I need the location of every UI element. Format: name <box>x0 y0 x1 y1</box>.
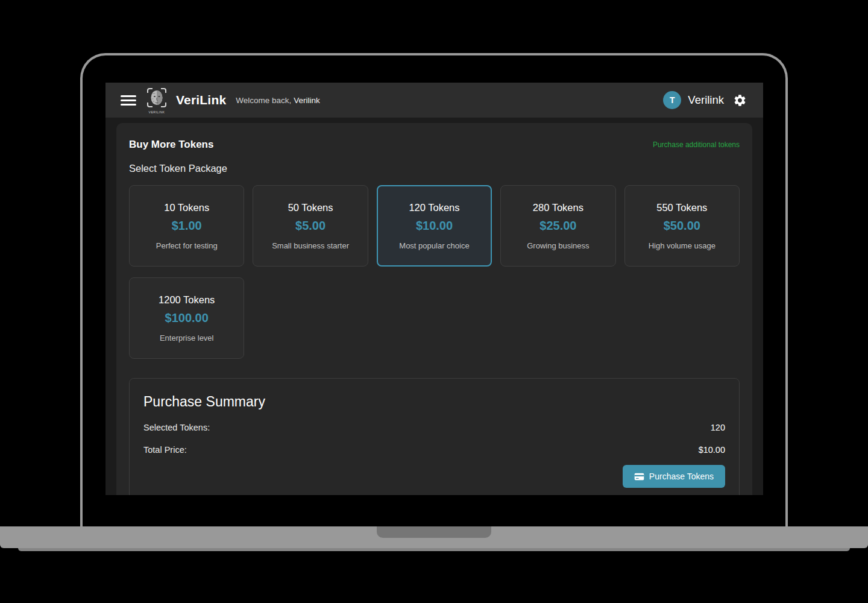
credit-card-icon <box>634 473 644 481</box>
package-desc: Most popular choice <box>399 241 469 250</box>
package-price: $100.00 <box>165 311 209 325</box>
select-package-subtitle: Select Token Package <box>129 163 740 174</box>
selected-tokens-row: Selected Tokens: 120 <box>143 423 725 432</box>
laptop-base-notch <box>377 526 491 538</box>
package-card-1200[interactable]: 1200 Tokens $100.00 Enterprise level <box>129 277 244 359</box>
page-title: Buy More Tokens <box>129 139 213 151</box>
package-price: $25.00 <box>539 219 576 233</box>
header-user-name: Verilink <box>688 93 724 107</box>
package-card-550[interactable]: 550 Tokens $50.00 High volume usage <box>624 185 740 267</box>
package-tokens: 280 Tokens <box>533 202 583 213</box>
package-desc: High volume usage <box>649 241 715 250</box>
selected-tokens-value: 120 <box>711 423 725 432</box>
laptop-screen: VERILINK VeriLink Welcome back, Verilink… <box>80 53 788 526</box>
package-tokens: 10 Tokens <box>164 202 209 213</box>
purchase-summary-card: Purchase Summary Selected Tokens: 120 To… <box>129 378 740 495</box>
package-card-120-selected[interactable]: 120 Tokens $10.00 Most popular choice <box>377 185 492 267</box>
purchase-additional-tokens-link[interactable]: Purchase additional tokens <box>653 140 740 149</box>
selected-tokens-label: Selected Tokens: <box>143 423 210 432</box>
panel-header-row: Buy More Tokens Purchase additional toke… <box>129 139 740 151</box>
package-card-10[interactable]: 10 Tokens $1.00 Perfect for testing <box>129 185 244 267</box>
total-price-label: Total Price: <box>143 445 187 455</box>
summary-button-row: Purchase Tokens <box>143 465 725 488</box>
brand-title: VeriLink <box>176 93 226 107</box>
package-tokens: 1200 Tokens <box>159 294 215 306</box>
gear-icon[interactable] <box>733 93 747 107</box>
menu-bar <box>121 99 136 101</box>
package-price: $1.00 <box>172 219 202 233</box>
purchase-tokens-button-label: Purchase Tokens <box>649 472 714 481</box>
purchase-tokens-button[interactable]: Purchase Tokens <box>623 465 725 488</box>
package-card-50[interactable]: 50 Tokens $5.00 Small business starter <box>253 185 368 267</box>
package-tokens: 50 Tokens <box>288 202 333 213</box>
package-price: $5.00 <box>295 219 326 233</box>
purchase-summary-title: Purchase Summary <box>143 394 725 410</box>
package-tokens: 550 Tokens <box>656 202 707 213</box>
hamburger-menu-button[interactable] <box>121 95 136 106</box>
laptop-base <box>0 526 868 548</box>
page-background: VERILINK VeriLink Welcome back, Verilink… <box>0 0 868 603</box>
package-price: $10.00 <box>416 219 453 233</box>
package-desc: Perfect for testing <box>156 241 218 250</box>
package-tokens: 120 Tokens <box>409 202 459 213</box>
welcome-prefix: Welcome back, <box>236 96 291 105</box>
verilink-logo-icon: VERILINK <box>145 86 168 114</box>
logo-caption: VERILINK <box>149 110 165 114</box>
welcome-message: Welcome back, Verilink <box>236 96 319 105</box>
package-desc: Small business starter <box>272 241 349 250</box>
avatar-initial: T <box>670 95 675 105</box>
total-price-value: $10.00 <box>699 445 725 455</box>
buy-tokens-panel: Buy More Tokens Purchase additional toke… <box>116 123 752 495</box>
menu-bar <box>121 95 136 97</box>
package-desc: Growing business <box>527 241 589 250</box>
package-desc: Enterprise level <box>160 333 214 343</box>
package-price: $50.00 <box>664 219 700 233</box>
user-avatar[interactable]: T <box>663 91 681 109</box>
package-card-280[interactable]: 280 Tokens $25.00 Growing business <box>500 185 615 267</box>
laptop-base-lip <box>18 548 850 551</box>
total-price-row: Total Price: $10.00 <box>143 445 725 455</box>
app-window: VERILINK VeriLink Welcome back, Verilink… <box>105 83 763 495</box>
package-grid: 10 Tokens $1.00 Perfect for testing 50 T… <box>129 185 740 359</box>
menu-bar <box>121 104 136 106</box>
welcome-name: Verilink <box>294 96 320 105</box>
app-header: VERILINK VeriLink Welcome back, Verilink… <box>105 83 763 118</box>
